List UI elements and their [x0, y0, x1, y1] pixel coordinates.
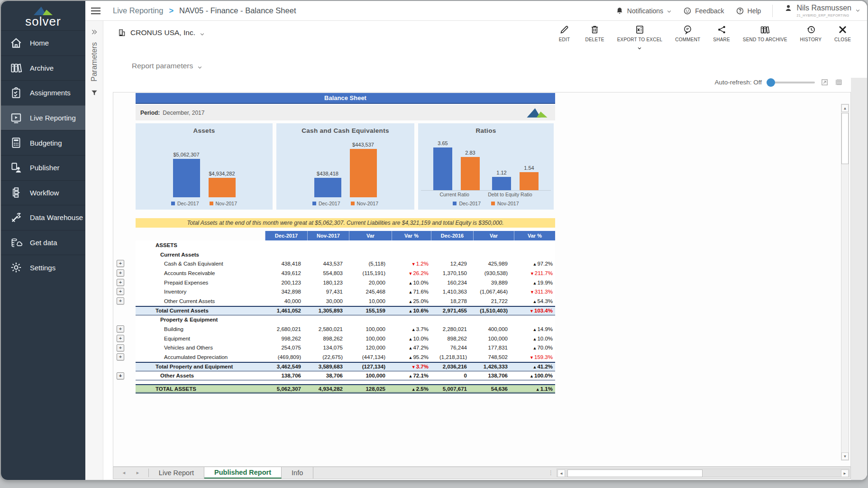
expand-row-button[interactable]: +	[117, 260, 124, 267]
tab-info[interactable]: Info	[282, 467, 313, 479]
help-label: Help	[748, 7, 761, 15]
auto-refresh-slider[interactable]	[767, 82, 815, 83]
percent-value: 1.2%	[416, 261, 429, 267]
horizontal-scroll-thumb[interactable]	[567, 470, 703, 477]
percent-value: 10.0%	[413, 280, 429, 285]
popout-icon[interactable]	[821, 78, 829, 86]
sidebar-item-data-warehouse[interactable]: Data Warehouse	[1, 205, 85, 230]
scroll-up-button[interactable]: ▲	[841, 104, 849, 112]
topbar-right: Notifications Feedback Help Nils Rasmuss…	[615, 4, 867, 18]
sidebar-item-archive[interactable]: Archive	[1, 55, 85, 81]
sidebar-item-home[interactable]: Home	[1, 30, 85, 55]
table-row-cash-cash-equivalent: +Cash & Cash Equivalent438,418443,537(5,…	[136, 259, 555, 268]
sidebar: solver HomeArchiveAssignmentsLive Report…	[1, 1, 85, 480]
percent-value: 26.2%	[413, 270, 429, 276]
close-button[interactable]: CLOSE	[834, 25, 851, 42]
cell: ▲10.6%	[392, 308, 431, 313]
delete-button[interactable]: DELETE	[585, 25, 604, 42]
report-parameters-label: Report parameters	[132, 62, 193, 70]
expand-row-button[interactable]: +	[117, 297, 124, 304]
hamburger-menu-icon[interactable]	[91, 8, 101, 14]
cell: 38,706	[307, 373, 349, 378]
expand-row-button[interactable]: +	[117, 353, 124, 360]
expand-row-button[interactable]: +	[117, 335, 124, 342]
help-button[interactable]: Help	[736, 7, 761, 15]
scroll-down-button[interactable]: ▼	[841, 452, 849, 460]
share-button[interactable]: SHARE	[713, 25, 730, 42]
edit-button[interactable]: EDIT	[557, 25, 573, 42]
percent-value: 70.0%	[537, 345, 553, 350]
feedback-button[interactable]: Feedback	[683, 7, 724, 15]
tab-live-report[interactable]: Live Report	[149, 467, 204, 479]
cell: 97,431	[307, 289, 349, 295]
grid-view-icon[interactable]	[834, 78, 842, 86]
notifications-label: Notifications	[627, 7, 663, 15]
percent-value: 100.0%	[534, 373, 553, 378]
row-label: Current Assets	[136, 252, 265, 258]
parameters-label[interactable]: Parameters	[90, 42, 99, 82]
row-label: TOTAL ASSETS	[136, 386, 265, 392]
vertical-scroll-thumb[interactable]	[841, 113, 849, 164]
balance-sheet-table: Dec-2017Nov-2017VarVar %Dec-2016VarVar %…	[136, 231, 555, 394]
table-row-total-assets: TOTAL ASSETS5,062,3074,934,282128,025▲2.…	[136, 384, 555, 394]
cell: 2,580,021	[307, 326, 349, 332]
chart-legend: Dec-2017Nov-2017	[421, 197, 551, 206]
tab-scroll-left-icon[interactable]: ◄	[122, 470, 126, 475]
sidebar-item-settings[interactable]: Settings	[1, 255, 85, 280]
export-to-excel-button[interactable]: EXPORT TO EXCEL	[617, 25, 663, 49]
horizontal-scrollbar[interactable]: ◄ ►	[557, 469, 850, 477]
scroll-left-button[interactable]: ◄	[557, 470, 565, 477]
cell: 439,612	[265, 270, 307, 276]
report-parameters-toggle[interactable]: Report parameters	[132, 62, 202, 70]
sidebar-item-live-reporting[interactable]: Live Reporting	[1, 105, 85, 130]
toolbar-action-label: EDIT	[559, 37, 570, 42]
expand-row-button[interactable]: +	[117, 269, 124, 276]
table-row-property-equipment: Property & Equipment	[136, 315, 555, 325]
sidebar-item-assignments[interactable]: Assignments	[1, 80, 85, 105]
breadcrumb-section[interactable]: Live Reporting	[113, 6, 163, 15]
expand-row-button[interactable]: +	[117, 279, 124, 286]
bar-dec-2017-debt-to-equity-ratio	[492, 177, 511, 190]
chart-legend: Dec-2017Nov-2017	[138, 197, 270, 206]
splitter-handle[interactable]: ⋮	[545, 467, 557, 479]
sidebar-item-label: Archive	[30, 64, 54, 72]
column-header-var-5: Var	[473, 231, 514, 240]
summary-note: Total Assets at the end of this month we…	[136, 218, 555, 228]
cell: 40,000	[265, 298, 307, 304]
cell: (1,067,464)	[473, 289, 514, 295]
notifications-button[interactable]: Notifications	[615, 7, 672, 15]
cell: 134,075	[307, 345, 349, 350]
close-icon	[838, 25, 848, 35]
comment-button[interactable]: COMMENT	[675, 25, 700, 42]
tab-scroll-right-icon[interactable]: ►	[136, 470, 140, 475]
filter-icon[interactable]	[91, 89, 98, 97]
row-label: Cash & Cash Equivalent	[136, 261, 265, 267]
percent-value: 95.2%	[413, 354, 429, 360]
sidebar-item-budgeting[interactable]: Budgeting	[1, 130, 85, 155]
percent-value: 3.7%	[416, 326, 429, 332]
expand-row-button[interactable]: +	[117, 288, 124, 295]
company-selector[interactable]: CRONUS USA, Inc.	[118, 28, 205, 37]
x-axis-labels: Current RatioDebt to Equity Ratio	[421, 191, 551, 197]
sidebar-item-get-data[interactable]: Get data	[1, 230, 85, 255]
expand-row-button[interactable]: +	[117, 344, 124, 351]
history-button[interactable]: HISTORY	[800, 25, 822, 42]
expand-row-button[interactable]: +	[117, 372, 124, 379]
table-row-building: +Building2,680,0212,580,021100,000▲3.7%2…	[136, 324, 555, 334]
scroll-right-button[interactable]: ►	[841, 470, 849, 477]
auto-refresh-label: Auto-refresh: Off	[714, 79, 762, 86]
tab-published-report[interactable]: Published Report	[204, 467, 282, 479]
slider-knob[interactable]	[767, 78, 775, 87]
chevron-down-icon	[855, 7, 860, 12]
cell: ▼103.4%	[514, 308, 555, 313]
cell: 138,706	[265, 373, 307, 378]
expand-panel-icon[interactable]	[91, 28, 98, 36]
cell: 5,062,307	[265, 386, 307, 392]
send-to-archive-button[interactable]: SEND TO ARCHIVE	[743, 25, 787, 42]
sidebar-item-publisher[interactable]: Publisher	[1, 155, 85, 180]
expand-row-button[interactable]: +	[117, 325, 124, 332]
table-row-accounts-receivable: +Accounts Receivable439,612554,803(115,1…	[136, 268, 555, 278]
sidebar-item-workflow[interactable]: Workflow	[1, 180, 85, 205]
vertical-scrollbar[interactable]: ▲ ▼	[841, 104, 849, 460]
user-menu[interactable]: Nils Rasmussen 21_Hybrid_ERP_Reporting	[784, 4, 860, 18]
